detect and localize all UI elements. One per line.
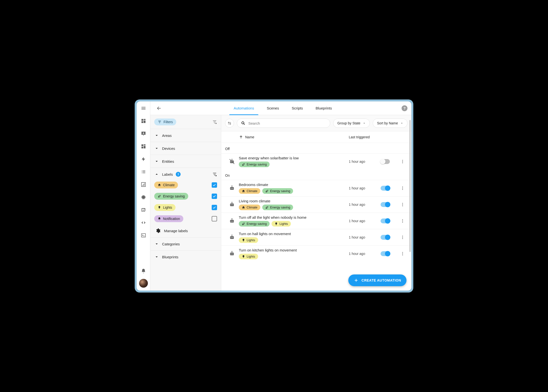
toggle[interactable]: [381, 235, 390, 240]
chevron-down-icon: [363, 122, 366, 125]
bulb-icon: [242, 239, 245, 242]
sort-by-select[interactable]: Sort by Name: [373, 119, 407, 128]
svg-point-18: [402, 188, 403, 189]
chart-icon[interactable]: [139, 180, 148, 189]
svg-point-22: [232, 204, 233, 205]
tab-scripts[interactable]: Scripts: [292, 101, 303, 115]
tab-blueprints[interactable]: Blueprints: [316, 101, 332, 115]
checkbox[interactable]: [212, 216, 217, 221]
toggle[interactable]: [381, 159, 390, 164]
automation-name: Bedrooms climate: [239, 183, 349, 187]
table-row[interactable]: Bedrooms climate ClimateEnergy saving 1 …: [221, 180, 411, 196]
checkbox[interactable]: [212, 194, 217, 199]
main: Group by State Sort by Name Name Last tr…: [221, 115, 411, 291]
chip-icon[interactable]: [139, 192, 148, 202]
table-row[interactable]: Turn on kitchen lights on movement Light…: [221, 245, 411, 262]
toggle[interactable]: [381, 202, 390, 207]
label-row[interactable]: Notification: [154, 215, 217, 222]
svg-point-24: [402, 203, 403, 204]
table-row[interactable]: Turn off all the light when nobody is ho…: [221, 213, 411, 229]
search-input[interactable]: [248, 121, 326, 125]
toggle[interactable]: [381, 251, 390, 256]
svg-point-39: [402, 237, 403, 238]
section-devices[interactable]: Devices: [150, 142, 221, 155]
clear-label-filters-icon[interactable]: [212, 172, 217, 177]
section-categories[interactable]: Categories: [150, 237, 221, 250]
create-automation-button[interactable]: CREATE AUTOMATION: [348, 274, 406, 286]
avatar[interactable]: [139, 279, 148, 288]
tab-automations[interactable]: Automations: [234, 101, 254, 115]
back-button[interactable]: [154, 103, 164, 113]
svg-point-36: [232, 237, 233, 238]
content: Automations Scenes Scripts Blueprints ? …: [150, 101, 411, 291]
clear-filters-icon[interactable]: [212, 120, 217, 124]
nav-rail: [137, 101, 150, 291]
section-entities[interactable]: Entities: [150, 155, 221, 168]
label-pill: Notification: [154, 215, 183, 222]
scrollbar[interactable]: [409, 120, 411, 252]
home-icon: [242, 189, 245, 193]
dashboard-icon[interactable]: [139, 116, 148, 126]
settings-icon[interactable]: [225, 119, 234, 128]
label-row[interactable]: Energy saving: [154, 193, 217, 200]
label-row[interactable]: Climate: [154, 182, 217, 188]
more-icon[interactable]: [398, 235, 407, 240]
leaf-icon: [158, 195, 161, 198]
label-row[interactable]: Lights: [154, 204, 217, 211]
bell-icon[interactable]: [139, 266, 148, 276]
svg-point-15: [232, 188, 233, 189]
label-pill: Lights: [239, 237, 258, 243]
more-icon[interactable]: [398, 186, 407, 190]
svg-point-4: [230, 124, 231, 124]
help-icon[interactable]: ?: [402, 105, 407, 111]
section-labels[interactable]: Labels 3: [150, 168, 221, 181]
person-icon[interactable]: [139, 129, 148, 139]
checkbox[interactable]: [212, 205, 217, 210]
more-icon[interactable]: [398, 159, 407, 164]
menu-icon[interactable]: [139, 103, 148, 113]
manage-labels[interactable]: Manage labels: [150, 224, 221, 237]
table-row[interactable]: Save energy when solar/batter is low Ene…: [221, 153, 411, 170]
table-row[interactable]: Turn on hall lights on movement Lights 1…: [221, 229, 411, 245]
toggle[interactable]: [381, 186, 390, 191]
more-icon[interactable]: [398, 251, 407, 256]
chevron-down-icon: [154, 146, 159, 151]
code-icon[interactable]: [139, 218, 148, 228]
terminal-icon[interactable]: [139, 230, 148, 240]
svg-point-46: [402, 253, 403, 254]
more-icon[interactable]: [398, 219, 407, 223]
svg-point-47: [402, 255, 403, 255]
section-areas[interactable]: Areas: [150, 129, 221, 142]
svg-point-29: [232, 221, 233, 221]
toolbar: Group by State Sort by Name: [221, 115, 411, 131]
list-icon[interactable]: [139, 167, 148, 177]
more-icon[interactable]: [398, 202, 407, 207]
svg-point-30: [231, 218, 232, 219]
home-icon: [242, 206, 245, 209]
chevron-down-icon: [154, 133, 159, 138]
tab-scenes[interactable]: Scenes: [267, 101, 279, 115]
search-box[interactable]: [237, 119, 330, 128]
svg-point-26: [402, 206, 403, 206]
column-last-triggered[interactable]: Last triggered: [349, 135, 381, 139]
robot-icon: [225, 250, 239, 257]
energy-icon[interactable]: [139, 154, 148, 164]
toggle[interactable]: [381, 218, 390, 223]
filters-chip[interactable]: Filters: [154, 119, 176, 125]
column-name[interactable]: Name: [239, 135, 349, 139]
table-row[interactable]: Living room climate ClimateEnergy saving…: [221, 196, 411, 213]
svg-point-7: [231, 161, 231, 162]
group-by-select[interactable]: Group by State: [333, 119, 370, 128]
section-blueprints[interactable]: Blueprints: [150, 250, 221, 263]
grid-icon[interactable]: [139, 142, 148, 151]
media-icon[interactable]: [139, 205, 148, 215]
table-header: Name Last triggered: [221, 131, 411, 143]
bulb-icon: [242, 255, 245, 258]
last-triggered: 1 hour ago: [349, 186, 381, 190]
svg-point-33: [402, 222, 403, 223]
svg-point-44: [231, 251, 232, 252]
chevron-down-icon: [154, 241, 159, 246]
checkbox[interactable]: [212, 182, 217, 188]
svg-point-9: [231, 159, 232, 160]
svg-rect-1: [142, 196, 145, 199]
